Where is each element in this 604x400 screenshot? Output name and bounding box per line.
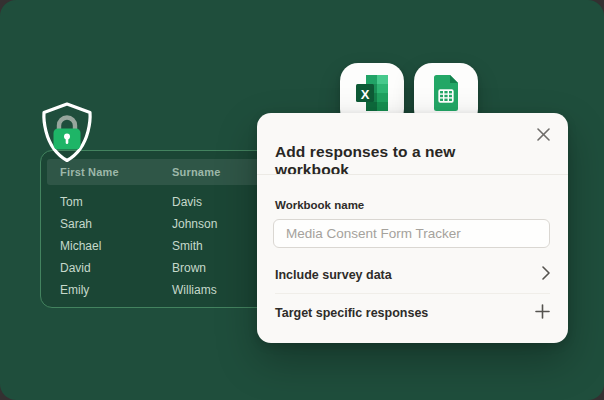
cell-first-name: Sarah xyxy=(47,217,172,231)
promo-canvas: First Name Surname Tom Davis Sarah Johns… xyxy=(0,0,604,400)
cell-first-name: Michael xyxy=(47,239,172,253)
workbook-name-label: Workbook name xyxy=(275,199,364,211)
excel-icon: X xyxy=(352,73,392,117)
include-survey-data-label: Include survey data xyxy=(275,268,392,282)
column-header-first-name: First Name xyxy=(47,166,172,178)
include-survey-data-row[interactable]: Include survey data xyxy=(275,257,550,294)
target-specific-responses-label: Target specific responses xyxy=(275,306,428,320)
target-specific-responses-row[interactable]: Target specific responses xyxy=(275,295,550,331)
shield-lock-icon xyxy=(39,101,95,164)
workbook-name-input[interactable] xyxy=(273,219,550,248)
close-icon xyxy=(537,128,550,144)
close-button[interactable] xyxy=(534,127,552,145)
cell-first-name: Tom xyxy=(47,195,172,209)
cell-first-name: Emily xyxy=(47,283,172,297)
cell-first-name: David xyxy=(47,261,172,275)
add-responses-modal: Add responses to a new workbook Workbook… xyxy=(257,113,568,343)
chevron-right-icon xyxy=(542,266,550,284)
svg-text:X: X xyxy=(361,87,370,102)
plus-icon xyxy=(535,304,550,323)
google-sheets-icon xyxy=(426,73,466,117)
title-divider xyxy=(257,174,568,175)
